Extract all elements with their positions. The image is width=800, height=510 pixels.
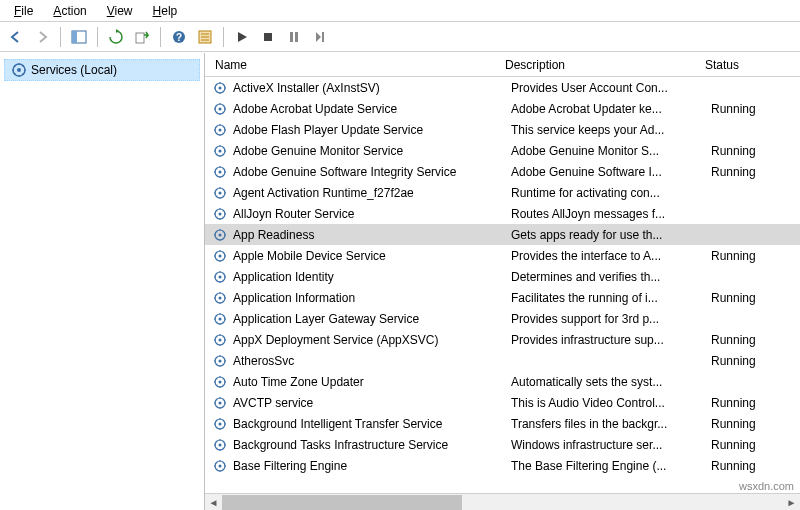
refresh-button[interactable] [104, 25, 128, 49]
horizontal-scrollbar[interactable]: ◄ ► [205, 493, 800, 510]
svg-rect-2 [136, 33, 144, 43]
tree-item-label: Services (Local) [31, 63, 117, 77]
svg-point-24 [219, 170, 222, 173]
service-row[interactable]: Adobe Acrobat Update ServiceAdobe Acroba… [205, 98, 800, 119]
service-description: Adobe Genuine Monitor S... [511, 144, 711, 158]
help-button[interactable]: ? [167, 25, 191, 49]
svg-rect-10 [290, 32, 293, 42]
service-status: Running [711, 144, 771, 158]
service-row[interactable]: Application InformationFacilitates the r… [205, 287, 800, 308]
service-status: Running [711, 417, 771, 431]
gear-icon [211, 101, 229, 117]
list-pane: Name Description Status ActiveX Installe… [205, 53, 800, 510]
service-name: Adobe Genuine Monitor Service [229, 144, 511, 158]
service-description: The Base Filtering Engine (... [511, 459, 711, 473]
service-name: Application Identity [229, 270, 511, 284]
svg-rect-9 [264, 33, 272, 41]
service-name: App Readiness [229, 228, 511, 242]
gear-icon [211, 416, 229, 432]
restart-service-button[interactable] [308, 25, 332, 49]
service-row[interactable]: App ReadinessGets apps ready for use th.… [205, 224, 800, 245]
service-description: Adobe Acrobat Updater ke... [511, 102, 711, 116]
services-icon [11, 62, 27, 78]
service-row[interactable]: AppX Deployment Service (AppXSVC)Provide… [205, 329, 800, 350]
svg-point-30 [219, 233, 222, 236]
scroll-thumb[interactable] [222, 495, 462, 510]
svg-point-26 [219, 191, 222, 194]
gear-icon [211, 437, 229, 453]
export-list-button[interactable] [130, 25, 154, 49]
service-row[interactable]: Adobe Flash Player Update ServiceThis se… [205, 119, 800, 140]
column-header-status[interactable]: Status [705, 58, 765, 72]
toolbar-separator [223, 27, 224, 47]
service-name: AppX Deployment Service (AppXSVC) [229, 333, 511, 347]
show-hide-tree-button[interactable] [67, 25, 91, 49]
service-name: Base Filtering Engine [229, 459, 511, 473]
gear-icon [211, 80, 229, 96]
service-name: Agent Activation Runtime_f27f2ae [229, 186, 511, 200]
service-row[interactable]: Base Filtering EngineThe Base Filtering … [205, 455, 800, 476]
column-header-description[interactable]: Description [505, 58, 705, 72]
forward-button[interactable] [30, 25, 54, 49]
service-row[interactable]: Adobe Genuine Software Integrity Service… [205, 161, 800, 182]
service-name: AVCTP service [229, 396, 511, 410]
gear-icon [211, 248, 229, 264]
menu-file[interactable]: File [4, 2, 43, 20]
service-row[interactable]: Background Intelligent Transfer ServiceT… [205, 413, 800, 434]
service-row[interactable]: Auto Time Zone UpdaterAutomatically sets… [205, 371, 800, 392]
column-header-name[interactable]: Name [205, 58, 505, 72]
list-body[interactable]: ActiveX Installer (AxInstSV)Provides Use… [205, 77, 800, 493]
list-header: Name Description Status [205, 53, 800, 77]
gear-icon [211, 458, 229, 474]
svg-point-40 [219, 338, 222, 341]
pause-service-button[interactable] [282, 25, 306, 49]
service-status: Running [711, 291, 771, 305]
service-row[interactable]: AVCTP serviceThis is Audio Video Control… [205, 392, 800, 413]
tree-item-services-local[interactable]: Services (Local) [4, 59, 200, 81]
service-row[interactable]: Application IdentityDetermines and verif… [205, 266, 800, 287]
service-name: Background Tasks Infrastructure Service [229, 438, 511, 452]
service-row[interactable]: Agent Activation Runtime_f27f2aeRuntime … [205, 182, 800, 203]
gear-icon [211, 395, 229, 411]
service-row[interactable]: Apple Mobile Device ServiceProvides the … [205, 245, 800, 266]
service-row[interactable]: AllJoyn Router ServiceRoutes AllJoyn mes… [205, 203, 800, 224]
svg-point-32 [219, 254, 222, 257]
service-row[interactable]: Adobe Genuine Monitor ServiceAdobe Genui… [205, 140, 800, 161]
service-description: Windows infrastructure ser... [511, 438, 711, 452]
scroll-left-arrow[interactable]: ◄ [205, 494, 222, 511]
gear-icon [211, 206, 229, 222]
menu-view[interactable]: View [97, 2, 143, 20]
svg-point-46 [219, 401, 222, 404]
svg-point-42 [219, 359, 222, 362]
service-row[interactable]: AtherosSvcRunning [205, 350, 800, 371]
service-row[interactable]: Background Tasks Infrastructure ServiceW… [205, 434, 800, 455]
svg-point-50 [219, 443, 222, 446]
service-name: AtherosSvc [229, 354, 511, 368]
svg-rect-12 [322, 32, 324, 42]
service-status: Running [711, 459, 771, 473]
service-name: ActiveX Installer (AxInstSV) [229, 81, 511, 95]
back-button[interactable] [4, 25, 28, 49]
service-name: Application Information [229, 291, 511, 305]
svg-point-48 [219, 422, 222, 425]
svg-point-18 [219, 107, 222, 110]
stop-service-button[interactable] [256, 25, 280, 49]
start-service-button[interactable] [230, 25, 254, 49]
svg-point-34 [219, 275, 222, 278]
menu-help[interactable]: Help [143, 2, 188, 20]
menu-action[interactable]: Action [43, 2, 96, 20]
svg-point-16 [219, 86, 222, 89]
properties-button[interactable] [193, 25, 217, 49]
svg-point-22 [219, 149, 222, 152]
gear-icon [211, 164, 229, 180]
service-row[interactable]: Application Layer Gateway ServiceProvide… [205, 308, 800, 329]
scroll-right-arrow[interactable]: ► [783, 494, 800, 511]
service-description: Determines and verifies th... [511, 270, 711, 284]
svg-point-52 [219, 464, 222, 467]
service-description: Provides infrastructure sup... [511, 333, 711, 347]
svg-point-44 [219, 380, 222, 383]
service-row[interactable]: ActiveX Installer (AxInstSV)Provides Use… [205, 77, 800, 98]
toolbar-separator [60, 27, 61, 47]
gear-icon [211, 269, 229, 285]
svg-text:?: ? [176, 32, 182, 43]
